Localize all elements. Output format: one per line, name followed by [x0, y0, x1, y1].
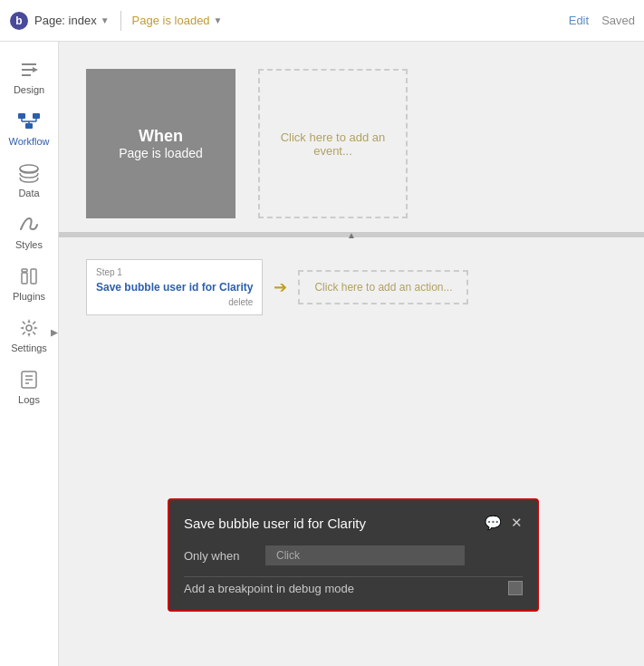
action-panel-title: Save bubble user id for Clarity — [184, 516, 366, 531]
add-action-text: Click here to add an action... — [314, 281, 452, 294]
trigger-label: Page is loaded — [132, 14, 210, 27]
action-panel-header: Save bubble user id for Clarity 💬 ✕ — [184, 515, 523, 531]
sidebar-item-plugins[interactable]: Plugins — [0, 257, 58, 305]
main-layout: Design Workflow — [0, 42, 644, 666]
canvas: When Page is loaded Click here to add an… — [59, 42, 644, 666]
when-text: When — [139, 127, 183, 146]
svg-rect-5 — [18, 113, 25, 119]
workflow-icon — [16, 110, 42, 133]
settings-arrow — [51, 330, 58, 337]
page-label: Page: index — [34, 14, 97, 27]
app-logo: b — [9, 11, 29, 31]
only-when-row: Only when Click — [184, 545, 523, 565]
add-event-text: Click here to add an event... — [269, 130, 397, 158]
action-panel-icons: 💬 ✕ — [485, 515, 523, 531]
sidebar-item-workflow[interactable]: Workflow — [0, 102, 58, 150]
add-event-block[interactable]: Click here to add an event... — [258, 69, 408, 218]
step-arrow: ➔ — [274, 277, 287, 297]
svg-rect-15 — [22, 269, 27, 272]
sidebar-item-logs[interactable]: Logs — [0, 361, 58, 409]
only-when-label: Only when — [184, 549, 256, 563]
data-label: Data — [18, 188, 39, 198]
top-bar-divider — [120, 11, 121, 31]
page-chevron: ▼ — [101, 15, 110, 25]
action-panel: Save bubble user id for Clarity 💬 ✕ Only… — [168, 498, 539, 612]
sidebar-item-data[interactable]: Data — [0, 154, 58, 202]
top-bar-right: Edit Saved — [569, 14, 635, 27]
svg-rect-13 — [22, 273, 27, 284]
breakpoint-row: Add a breakpoint in debug mode — [184, 576, 523, 595]
step-block[interactable]: Step 1 Save bubble user id for Clarity d… — [86, 259, 263, 315]
svg-rect-6 — [33, 113, 40, 119]
step-title: Save bubble user id for Clarity — [96, 281, 253, 294]
divider-arrow: ▲ — [347, 230, 356, 240]
trigger-chevron: ▼ — [214, 15, 223, 25]
event-text: Page is loaded — [119, 146, 203, 160]
design-label: Design — [14, 84, 44, 95]
trigger-block[interactable]: When Page is loaded — [86, 69, 235, 218]
sidebar: Design Workflow — [0, 42, 59, 666]
step-delete[interactable]: delete — [96, 297, 253, 307]
settings-label: Settings — [11, 343, 47, 353]
step-label: Step 1 — [96, 267, 253, 277]
logs-icon — [16, 368, 42, 391]
logs-label: Logs — [18, 394, 40, 405]
styles-label: Styles — [15, 239, 43, 250]
svg-text:b: b — [15, 14, 22, 27]
settings-icon — [16, 316, 42, 340]
top-bar: b Page: index ▼ Page is loaded ▼ Edit Sa… — [0, 0, 644, 42]
sidebar-item-settings[interactable]: Settings — [0, 309, 58, 357]
workflow-label: Workflow — [8, 136, 49, 147]
add-action-block[interactable]: Click here to add an action... — [298, 270, 468, 304]
breakpoint-checkbox[interactable] — [508, 581, 523, 595]
sidebar-item-design[interactable]: Design — [0, 51, 58, 99]
click-condition-button[interactable]: Click — [265, 545, 465, 565]
design-icon — [16, 58, 42, 82]
svg-rect-7 — [25, 123, 33, 129]
comment-icon[interactable]: 💬 — [485, 515, 502, 531]
plugins-icon — [16, 265, 42, 288]
breakpoint-label: Add a breakpoint in debug mode — [184, 582, 354, 595]
svg-point-16 — [26, 325, 32, 331]
page-selector[interactable]: Page: index ▼ — [34, 14, 110, 27]
svg-point-12 — [20, 165, 38, 172]
data-icon — [16, 161, 42, 185]
trigger-selector[interactable]: Page is loaded ▼ — [132, 14, 223, 27]
styles-icon — [16, 213, 42, 236]
step-area: Step 1 Save bubble user id for Clarity d… — [86, 259, 468, 315]
canvas-divider: ▲ — [59, 232, 644, 237]
plugins-label: Plugins — [13, 291, 45, 302]
close-icon[interactable]: ✕ — [511, 515, 523, 531]
saved-status: Saved — [601, 14, 635, 27]
sidebar-item-styles[interactable]: Styles — [0, 206, 58, 254]
edit-button[interactable]: Edit — [569, 14, 589, 27]
svg-rect-14 — [31, 269, 36, 284]
